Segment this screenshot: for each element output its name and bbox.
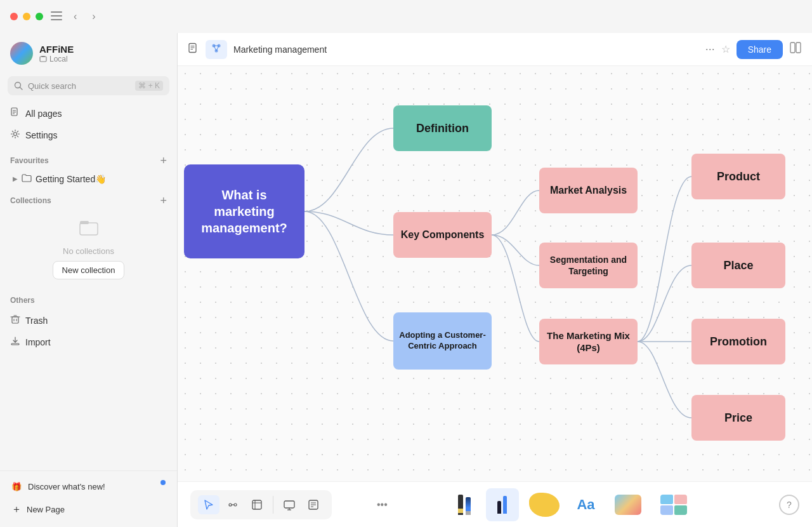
node-promotion[interactable]: Promotion <box>691 319 785 364</box>
no-collections-icon <box>79 219 99 241</box>
node-price[interactable]: Price <box>691 395 785 441</box>
frame-tool-button[interactable] <box>246 495 268 514</box>
doc-title: Marketing management <box>233 44 699 55</box>
bar-1 <box>497 501 501 514</box>
node-segmentation[interactable]: Segmentation and Targeting <box>539 243 638 288</box>
help-button[interactable]: ? <box>779 495 799 515</box>
star-button[interactable]: ☆ <box>721 43 730 55</box>
sidebar-item-all-pages[interactable]: All pages <box>5 103 172 124</box>
present-tool-button[interactable] <box>278 495 300 514</box>
discover-label: Discover what's new! <box>28 482 105 491</box>
share-button[interactable]: Share <box>737 40 783 59</box>
node-customer[interactable]: Adopting a Customer-Centric Approach <box>393 312 492 370</box>
node-root[interactable]: What is marketing management? <box>184 164 304 258</box>
bar-chart-icon <box>497 496 507 514</box>
help-label: ? <box>787 500 792 510</box>
sidebar-item-settings[interactable]: Settings <box>5 124 172 146</box>
svg-rect-12 <box>80 223 98 235</box>
others-nav: Trash Import <box>0 307 177 356</box>
plus-icon: ＋ <box>11 503 22 516</box>
favourites-title: Favourites <box>10 156 49 165</box>
sidebar-item-getting-started[interactable]: ▶ Getting Started👋 <box>5 169 172 189</box>
svg-rect-0 <box>51 11 62 13</box>
sidebar-item-trash[interactable]: Trash <box>5 310 172 331</box>
pencil-tool-button[interactable] <box>448 488 481 521</box>
node-root-text: What is marketing management? <box>184 179 304 244</box>
bottom-toolbar: ••• <box>178 481 812 527</box>
user-location: Local <box>39 55 74 63</box>
text-tool-button[interactable]: Aa <box>570 488 603 521</box>
node-definition[interactable]: Definition <box>393 105 492 151</box>
notification-dot <box>160 480 166 485</box>
import-icon <box>10 336 20 349</box>
user-info: AFFiNE Local <box>39 44 74 63</box>
doc-menu-button[interactable]: ··· <box>705 43 715 56</box>
tool-group-left <box>190 490 332 519</box>
node-product-text: Product <box>717 170 760 183</box>
template-cell-1 <box>660 495 673 504</box>
minimize-button[interactable] <box>23 13 30 20</box>
user-name: AFFiNE <box>39 44 74 55</box>
quick-search-bar[interactable]: Quick search ⌘ + K <box>8 76 169 95</box>
new-collection-button[interactable]: New collection <box>53 261 125 279</box>
svg-rect-2 <box>51 19 62 20</box>
node-promotion-text: Promotion <box>710 335 767 349</box>
back-button[interactable]: ‹ <box>70 10 81 23</box>
title-bar: ‹ › <box>0 0 812 33</box>
svg-line-6 <box>20 88 23 90</box>
search-placeholder: Quick search <box>28 81 130 91</box>
node-market-analysis[interactable]: Market Analysis <box>539 168 638 213</box>
traffic-lights <box>10 13 43 20</box>
template-cell-4 <box>674 505 687 515</box>
document-view-button[interactable] <box>188 43 199 57</box>
node-definition-text: Definition <box>416 122 469 135</box>
select-tool-button[interactable] <box>198 495 219 514</box>
node-marketing-mix[interactable]: The Marketing Mix (4Ps) <box>539 319 638 364</box>
new-page-button[interactable]: ＋ New Page <box>5 497 172 522</box>
node-product[interactable]: Product <box>691 154 785 199</box>
settings-icon <box>10 129 20 142</box>
close-button[interactable] <box>10 13 18 20</box>
node-place[interactable]: Place <box>691 243 785 288</box>
more-options-button[interactable]: ••• <box>374 497 390 513</box>
svg-rect-31 <box>790 43 795 53</box>
main-content: Marketing management ··· ☆ Share <box>178 33 812 527</box>
image-tool-button[interactable] <box>608 488 648 521</box>
shapes-icon <box>529 493 560 517</box>
add-favourite-button[interactable]: + <box>160 155 167 166</box>
maximize-button[interactable] <box>36 13 43 20</box>
sidebar-toggle-button[interactable] <box>51 10 62 23</box>
svg-rect-13 <box>80 221 89 224</box>
svg-point-33 <box>229 504 232 506</box>
sidebar-item-import[interactable]: Import <box>5 331 172 353</box>
pen-tool-button[interactable] <box>222 495 244 514</box>
template-tool-button[interactable] <box>653 488 694 521</box>
template-icon <box>660 495 687 515</box>
add-collection-button[interactable]: + <box>160 195 167 206</box>
edgeless-mode-button[interactable] <box>206 40 227 59</box>
discover-button[interactable]: 🎁 Discover what's new! <box>5 476 172 497</box>
svg-rect-39 <box>284 501 294 508</box>
node-key-components[interactable]: Key Components <box>393 212 492 258</box>
new-page-label: New Page <box>27 505 65 514</box>
text-tool-label: Aa <box>577 497 594 513</box>
chart-tool-button[interactable] <box>486 488 519 521</box>
node-segmentation-text: Segmentation and Targeting <box>539 249 638 282</box>
import-label: Import <box>25 337 51 347</box>
collections-section-header: Collections + <box>0 189 177 209</box>
note-tool-button[interactable] <box>303 495 324 514</box>
shapes-tool-button[interactable] <box>524 488 565 521</box>
forward-button[interactable]: › <box>88 10 99 23</box>
layout-button[interactable] <box>789 41 802 57</box>
favourites-section-header: Favourites + <box>0 149 177 169</box>
canvas[interactable]: What is marketing management? Definition… <box>178 66 812 481</box>
node-price-text: Price <box>724 411 752 425</box>
top-bar: Marketing management ··· ☆ Share <box>178 33 812 66</box>
no-collections-area: No collections New collection <box>0 209 177 290</box>
node-customer-text: Adopting a Customer-Centric Approach <box>393 325 492 357</box>
user-profile[interactable]: AFFiNE Local <box>0 33 177 74</box>
template-cell-3 <box>660 505 673 515</box>
node-marketing-mix-text: The Marketing Mix (4Ps) <box>539 324 638 359</box>
sidebar-nav: All pages Settings <box>0 100 177 149</box>
pencil-body <box>458 495 463 515</box>
